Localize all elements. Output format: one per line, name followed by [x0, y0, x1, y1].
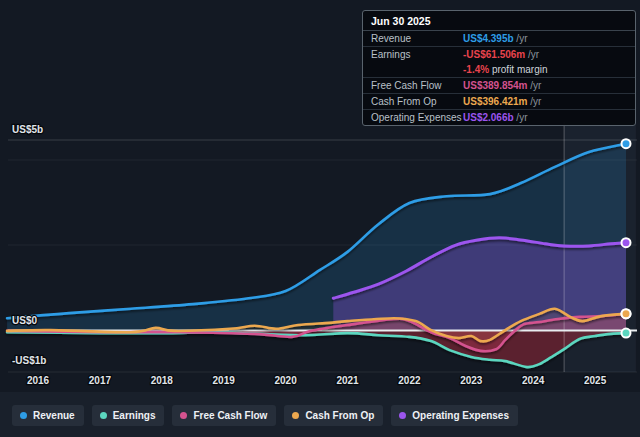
x-tick-2025: 2025 — [584, 375, 607, 386]
tooltip-row-earnings: Earnings-US$61.506m /yr-1.4% profit marg… — [363, 47, 635, 78]
x-tick-2016: 2016 — [27, 375, 50, 386]
legend-item-cash-from-op[interactable]: Cash From Op — [284, 405, 383, 426]
legend-item-free-cash-flow[interactable]: Free Cash Flow — [172, 405, 276, 426]
tooltip-row-free-cash-flow: Free Cash FlowUS$389.854m /yr — [363, 78, 635, 94]
operating-expenses-endpoint-dot[interactable] — [622, 238, 631, 247]
chart-tooltip: Jun 30 2025 RevenueUS$4.395b /yrEarnings… — [362, 10, 636, 126]
tooltip-rows: RevenueUS$4.395b /yrEarnings-US$61.506m … — [363, 31, 635, 125]
tooltip-row-revenue: RevenueUS$4.395b /yr — [363, 31, 635, 47]
x-tick-2023: 2023 — [460, 375, 483, 386]
opex-legend-dot — [399, 412, 406, 419]
x-tick-2022: 2022 — [398, 375, 421, 386]
legend: RevenueEarningsFree Cash FlowCash From O… — [12, 405, 518, 426]
tooltip-date: Jun 30 2025 — [363, 11, 635, 31]
legend-label: Operating Expenses — [412, 410, 509, 421]
y-tick-US$5b: US$5b — [12, 124, 43, 135]
legend-item-operating-expenses[interactable]: Operating Expenses — [391, 405, 518, 426]
x-tick-2024: 2024 — [522, 375, 545, 386]
x-tick-2019: 2019 — [213, 375, 236, 386]
stock-financials-chart: 2016201720182019202020212022202320242025… — [0, 0, 640, 437]
legend-item-earnings[interactable]: Earnings — [92, 405, 165, 426]
legend-label: Cash From Op — [305, 410, 374, 421]
legend-label: Earnings — [113, 410, 156, 421]
legend-strip: RevenueEarningsFree Cash FlowCash From O… — [0, 392, 640, 437]
revenue-legend-dot — [20, 412, 27, 419]
legend-label: Revenue — [33, 410, 75, 421]
cash-from-op-endpoint-dot[interactable] — [622, 309, 631, 318]
x-tick-2020: 2020 — [274, 375, 297, 386]
earnings-legend-dot — [100, 412, 107, 419]
y-tick-US$0: US$0 — [12, 315, 37, 326]
tooltip-row-cash-from-op: Cash From OpUS$396.421m /yr — [363, 94, 635, 110]
legend-item-revenue[interactable]: Revenue — [12, 405, 84, 426]
x-tick-2018: 2018 — [151, 375, 174, 386]
legend-label: Free Cash Flow — [193, 410, 267, 421]
revenue-endpoint-dot[interactable] — [622, 139, 631, 148]
fcf-legend-dot — [180, 412, 187, 419]
earnings-endpoint-dot[interactable] — [622, 329, 631, 338]
cashop-legend-dot — [292, 412, 299, 419]
y-tick--US$1b: -US$1b — [12, 355, 46, 366]
x-tick-2017: 2017 — [89, 375, 112, 386]
tooltip-row-operating-expenses: Operating ExpensesUS$2.066b /yr — [363, 110, 635, 125]
x-tick-2021: 2021 — [336, 375, 359, 386]
